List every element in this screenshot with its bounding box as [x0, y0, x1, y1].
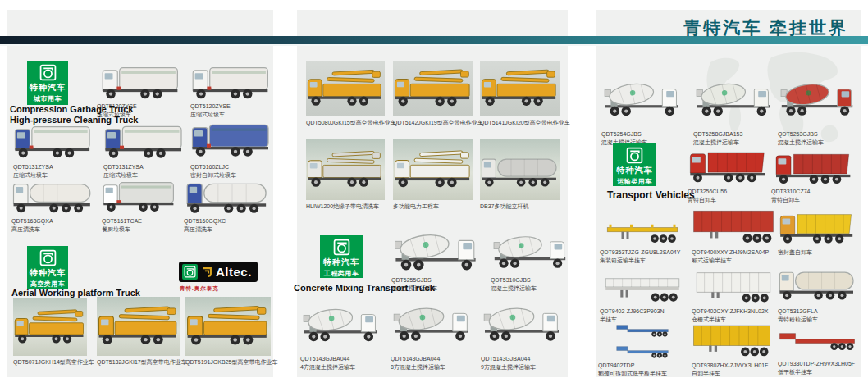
heading-line: Aerial Working platform Truck [11, 288, 140, 298]
truck-photo [391, 228, 480, 274]
category-badge-city: 特种汽车 城市用车 [27, 61, 68, 105]
truck-item: QDT5143GJBA0449方混凝土搅拌运输车 [481, 294, 563, 371]
truck-model: QDT5163GQXA [11, 217, 94, 225]
truck-model: QDT5142JGKI19型高空带电作业车 [393, 119, 473, 127]
truck-photo [393, 61, 473, 116]
truck-model: QDT5141JGKI20型高空带电作业车 [480, 119, 560, 127]
truck-photo [600, 212, 685, 246]
heading-line: Compression Garbage Truck [10, 104, 138, 115]
truck-model: QDT9353TJZG-ZGU8L2SA04Y [600, 248, 685, 257]
truck-item: QDT9402-ZJ96C3P903N半挂车 [600, 269, 685, 324]
heading-line: Concrete Mixing Transport Truck [294, 283, 435, 294]
truck-photo [692, 269, 775, 305]
truck-photo [103, 120, 185, 161]
truck-photo [185, 297, 271, 356]
truck-model: DB37多功能立杆机 [480, 203, 560, 211]
truck-photo [391, 294, 473, 353]
truck-desc: 高压清洗车 [11, 225, 94, 234]
truck-desc: 8方混凝土搅拌运输车 [391, 363, 473, 371]
truck-photo [778, 207, 857, 246]
truck-model: QDT5160ZLJC [190, 163, 272, 171]
truck-photo [771, 148, 857, 185]
category-badge-engineering: 特种汽车 工程类用车 [320, 235, 363, 278]
truck-item: QDT5080JGKI15型高空带电作业车 [306, 61, 385, 127]
truck-photo [97, 297, 180, 356]
heading-line: Transport Vehicles [607, 189, 695, 201]
truck-item: QDT3310CZ74青特自卸车 [771, 148, 857, 204]
truck-model: QDT5071JGKH14型高空作业车 [13, 358, 87, 367]
badge-line1: 特种汽车 [30, 82, 66, 93]
truck-item: DB37多功能立杆机 [480, 139, 560, 211]
truck-photo [184, 175, 271, 215]
truck-photo [190, 116, 272, 161]
truck-item: QDT5258GJBA153混凝土搅拌运输车 [693, 69, 774, 147]
qingte-logo-icon [626, 147, 643, 164]
truck-item: QDT5160ZLJC密封自卸式垃圾车 [190, 116, 272, 180]
truck-photo [491, 228, 569, 274]
truck-item: QDT3256CU56青特自卸车 [688, 144, 770, 204]
truck-item: QDT5161TCAE餐厨垃圾车 [102, 175, 177, 234]
truck-model: QDT5258GJBA153 [693, 130, 774, 139]
truck-model: QDT5161TCAE [102, 217, 177, 225]
truck-item: QDT9402CXY-ZJFKH3NL02X仓栅式半挂车 [692, 269, 775, 324]
truck-model: QDT5120ZYSE [190, 102, 272, 111]
truck-item: QDT5131ZYSA压缩式垃圾车 [13, 120, 94, 180]
truck-desc: 高压清洗车 [184, 225, 271, 234]
truck-model: QDT5143GJBA044 [391, 355, 473, 363]
category-badge-transport: 特种汽车 运输类用车 [613, 143, 656, 186]
section-heading-city: Compression Garbage Truck High-pressure … [10, 104, 138, 125]
truck-model: QDT5131ZYSA [13, 163, 94, 171]
truck-item: QDT5163GQXA高压清洗车 [11, 175, 94, 234]
truck-photo [306, 61, 385, 116]
badge-line2: 城市用车 [34, 94, 62, 103]
qingte-logo-icon [39, 249, 57, 266]
truck-model: QDT3310CZ74 [771, 188, 857, 196]
truck-photo [11, 175, 94, 215]
truck-model: QDT5310GJBS [491, 276, 569, 285]
badge-line1: 特种汽车 [30, 267, 66, 279]
truck-model: QDT5253GJBS [778, 130, 857, 139]
truck-model: QDT5132JGKI17型高空带电作业车 [97, 358, 180, 367]
truck-desc: 青特自卸车 [771, 196, 857, 204]
truck-desc: 餐厨垃圾车 [102, 225, 177, 234]
truck-item: QDT5143GJBA0444方混凝土搅拌运输车 [300, 295, 381, 371]
truck-desc: 集装箱运输半挂车 [600, 257, 685, 265]
truck-model: 密封盖自卸车 [778, 248, 857, 257]
truck-model: HLIW1200绝缘子带电清洗车 [306, 203, 385, 211]
truck-item: QDT5160GQXC高压清洗车 [184, 175, 271, 234]
truck-item: QDT9380ZHX-ZJVVX3LH01F自卸半挂车 [692, 321, 772, 378]
truck-photo [481, 294, 563, 353]
truck-item: QDT9330TDP-ZH9VX3LH05F低平板半挂车 [778, 320, 857, 376]
section-heading-transport: Transport Vehicles [607, 189, 695, 201]
truck-photo [13, 298, 87, 356]
truck-photo [600, 269, 685, 305]
truck-photo [480, 139, 560, 200]
section-heading-mixer: Concrete Mixing Transport Truck [294, 283, 435, 294]
truck-model: QDT9402-ZJ96C3P903N [600, 307, 685, 316]
heading-line: High-pressure Cleaning Truck [10, 115, 138, 125]
truck-model: QDT5143GJBA044 [481, 355, 563, 363]
altec-subtext: 青特.奥尔泰克 [180, 285, 219, 293]
truck-model: QDT3256CU56 [688, 188, 770, 196]
truck-item: QDT5312GFLA青特粉粒运输车 [778, 261, 857, 324]
truck-photo [97, 62, 185, 100]
truck-model: QDT9402TDP [598, 362, 687, 370]
truck-desc: 厢式运输半挂车 [692, 257, 775, 265]
truck-model: QDT5131ZYSA [103, 163, 185, 171]
truck-photo [13, 120, 94, 161]
section-heading-aerial: Aerial Working platform Truck [11, 288, 140, 298]
truck-item: QDT9402TDP鹅颈可拆卸式低平板半挂车 [598, 320, 687, 378]
truck-item: QDT5253GJBS混凝土搅拌运输车 [778, 69, 857, 147]
altec-wordmark: Altec. [216, 265, 252, 279]
truck-photo [102, 175, 177, 215]
truck-model: QDT9402CXY-ZJFKH3NL02X [692, 307, 775, 316]
altec-logo: Altec. [179, 262, 258, 282]
truck-photo [692, 207, 775, 246]
truck-model: 多功能电力工程车 [393, 203, 473, 211]
truck-item: QDT5120ZYSE压缩式垃圾车 [190, 62, 272, 119]
altec-wind-icon [201, 266, 212, 278]
truck-item: HLIW1200绝缘子带电清洗车 [306, 139, 385, 211]
truck-desc: 混凝土搅拌运输车 [491, 285, 569, 293]
truck-model: QDT5254GJBS [601, 130, 682, 139]
truck-item: QDT5310GJBS混凝土搅拌运输车 [491, 228, 569, 293]
